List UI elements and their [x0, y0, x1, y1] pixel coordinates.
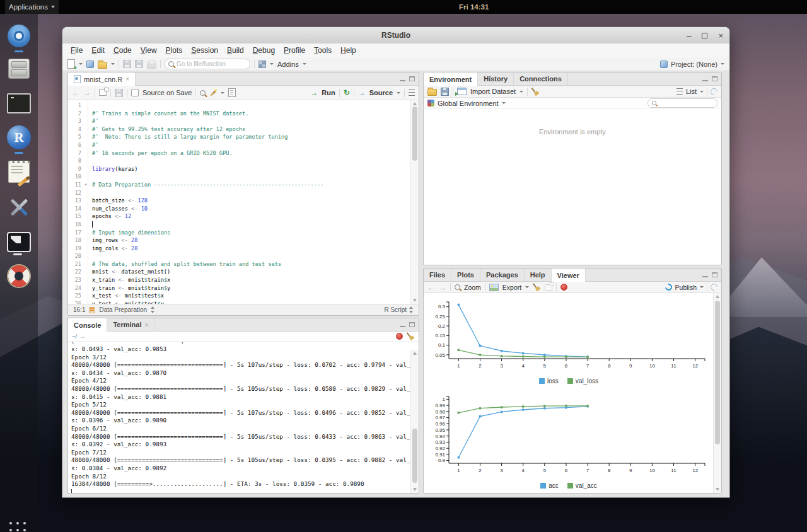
chevron-down-icon[interactable]: [111, 63, 115, 65]
minimize-pane-icon[interactable]: [400, 80, 405, 81]
minimize-button[interactable]: –: [687, 31, 691, 40]
tab-files[interactable]: Files: [424, 269, 451, 281]
code-line[interactable]: y_train <- mnist$train$y: [92, 284, 419, 292]
code-editor[interactable]: 1234567891011▾12131415161718192021222324…: [68, 100, 419, 304]
code-line[interactable]: [92, 221, 419, 229]
run-icon[interactable]: →: [310, 89, 318, 96]
code-line[interactable]: [92, 189, 419, 197]
code-line[interactable]: x_train <- mnist$train$x: [92, 276, 419, 284]
menu-item-view[interactable]: View: [136, 46, 161, 55]
addins-grid-icon[interactable]: [258, 61, 266, 68]
dock-item-files[interactable]: [6, 56, 32, 81]
save-icon[interactable]: [123, 60, 131, 68]
goto-file-search[interactable]: [165, 59, 250, 69]
open-new-window-icon[interactable]: [545, 284, 552, 291]
code-line[interactable]: library(keras): [92, 165, 419, 173]
menu-item-help[interactable]: Help: [336, 46, 361, 55]
scrollbar-thumb[interactable]: [715, 301, 720, 444]
code-line[interactable]: batch_size <- 128: [92, 197, 419, 205]
dock-item-rstudio[interactable]: R: [6, 125, 32, 150]
zoom-icon[interactable]: [455, 284, 460, 290]
export-image-icon[interactable]: [489, 284, 499, 291]
code-line[interactable]: #' 16 seconds per epoch on a GRID K520 G…: [92, 149, 419, 158]
save-icon[interactable]: [115, 89, 123, 97]
tab-mnist-cnn[interactable]: mnist_cnn.R ×: [68, 72, 136, 86]
code-line[interactable]: #': [92, 141, 419, 149]
code-line[interactable]: y_test <- mnist$test$y: [92, 300, 419, 304]
tab-connections[interactable]: Connections: [514, 72, 568, 85]
chevron-down-icon[interactable]: [525, 286, 529, 288]
close-icon[interactable]: ×: [144, 321, 148, 328]
section-icon[interactable]: [89, 307, 95, 313]
applications-menu[interactable]: Applications: [5, 0, 59, 14]
code-line[interactable]: #' Note: There is still a large margin f…: [92, 133, 419, 141]
chevron-down-icon[interactable]: [270, 63, 274, 65]
clear-console-icon[interactable]: [407, 332, 415, 340]
code-line[interactable]: # Data Preparation ---------------------…: [92, 181, 419, 189]
dock-item-display[interactable]: [6, 229, 32, 255]
list-view-icon[interactable]: [676, 88, 683, 95]
code-line[interactable]: x_test <- mnist$test$x: [92, 292, 419, 300]
save-all-icon[interactable]: [135, 60, 143, 68]
import-dataset-icon[interactable]: [457, 88, 467, 95]
back-icon[interactable]: ←: [72, 89, 79, 96]
scrollbar-thumb[interactable]: [412, 107, 417, 161]
dock-item-help[interactable]: [6, 263, 32, 289]
menu-item-edit[interactable]: Edit: [87, 46, 109, 55]
tab-console[interactable]: Console: [68, 318, 107, 332]
save-workspace-icon[interactable]: [441, 88, 449, 96]
new-project-icon[interactable]: [86, 61, 94, 68]
goto-directory-icon[interactable]: →: [79, 333, 85, 340]
maximize-pane-icon[interactable]: [409, 322, 415, 327]
new-file-icon[interactable]: [67, 59, 75, 69]
export-button[interactable]: Export: [502, 284, 521, 291]
find-replace-icon[interactable]: [200, 90, 206, 96]
menu-item-session[interactable]: Session: [187, 46, 223, 55]
goto-file-input[interactable]: [165, 59, 250, 69]
code-line[interactable]: [92, 173, 419, 181]
scope-selector[interactable]: Global Environment: [438, 100, 499, 107]
code-line[interactable]: # The data, shuffled and split between t…: [92, 260, 419, 269]
open-file-icon[interactable]: [98, 62, 107, 69]
tab-help[interactable]: Help: [525, 269, 552, 281]
clear-icon[interactable]: [533, 283, 541, 291]
forward-icon[interactable]: →: [83, 89, 91, 96]
code-line[interactable]: num_classes <- 10: [92, 205, 419, 213]
viewer-scrollbar[interactable]: [713, 293, 721, 493]
code-line[interactable]: [92, 157, 419, 165]
close-icon[interactable]: ×: [125, 76, 129, 83]
editor-scrollbar[interactable]: [410, 100, 419, 304]
rerun-icon[interactable]: ↻: [344, 89, 350, 96]
minimize-pane-icon[interactable]: [702, 276, 708, 277]
tab-viewer[interactable]: Viewer: [552, 269, 586, 282]
code-line[interactable]: img_rows <- 28: [92, 236, 419, 245]
chevron-down-icon[interactable]: [700, 91, 704, 93]
scroll-up-icon[interactable]: [716, 295, 719, 298]
refresh-icon[interactable]: [709, 86, 719, 96]
tab-terminal[interactable]: Terminal ×: [107, 318, 154, 331]
zoom-button[interactable]: Zoom: [464, 284, 481, 291]
code-line[interactable]: mnist <- dataset_mnist(): [92, 268, 419, 276]
import-dataset-button[interactable]: Import Dataset: [470, 88, 516, 95]
code-line[interactable]: [92, 101, 419, 110]
minimize-pane-icon[interactable]: [702, 80, 708, 81]
back-icon[interactable]: ←: [427, 284, 435, 291]
code-line[interactable]: epochs <- 12: [92, 212, 419, 221]
chevron-down-icon[interactable]: [700, 286, 704, 288]
maximize-pane-icon[interactable]: [409, 76, 415, 81]
dock-item-chromium[interactable]: [6, 23, 32, 49]
refresh-icon[interactable]: [709, 282, 719, 292]
close-button[interactable]: ×: [718, 31, 723, 40]
maximize-pane-icon[interactable]: [712, 76, 717, 81]
source-on-save-checkbox[interactable]: [131, 89, 139, 96]
menu-item-profile[interactable]: Profile: [279, 46, 310, 55]
code-tools-icon[interactable]: [209, 89, 217, 96]
scrollbar-thumb[interactable]: [412, 429, 417, 483]
chevron-down-icon[interactable]: [303, 63, 306, 65]
scroll-down-icon[interactable]: [716, 488, 719, 491]
source-icon[interactable]: →: [358, 89, 366, 96]
compile-report-icon[interactable]: [228, 88, 236, 97]
scroll-down-icon[interactable]: [413, 299, 417, 302]
section-stepper-icon[interactable]: [151, 306, 155, 313]
console-scrollbar[interactable]: [410, 350, 419, 493]
